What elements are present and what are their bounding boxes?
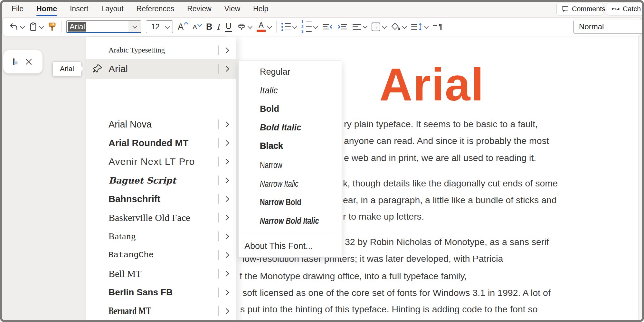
chevron-right-icon[interactable] [224,215,229,221]
font-item-label: Avenir Next LT Pro [109,156,195,167]
font-name-dropdown-arrow[interactable] [128,21,141,32]
font-size-value[interactable]: 12 [151,22,160,31]
bullets-button[interactable] [281,23,297,31]
font-item-baguet-script[interactable]: Baguet Script [86,171,236,190]
chevron-down-icon[interactable] [363,24,368,29]
menu-tab-review[interactable]: Review [187,0,211,17]
style-item-italic[interactable]: Italic [239,81,342,99]
borders-button[interactable] [372,23,386,31]
font-item-bell-mt[interactable]: Bell MT [86,264,236,283]
font-item-batang[interactable]: Batang [86,227,236,246]
shading-button[interactable] [391,22,406,31]
font-item-label: Bernard MT [109,305,151,317]
font-item-arial-rounded-mt[interactable]: Arial Rounded MT [86,134,236,152]
chevron-down-icon[interactable] [267,24,272,29]
menu-tab-label: Home [36,5,57,13]
chevron-right-icon[interactable] [224,308,229,314]
numbering-button[interactable]: 1 2 3 [301,20,317,33]
font-name-value[interactable]: Arial [68,22,86,32]
style-selector[interactable]: Normal [573,20,644,34]
paragraph-marks-button[interactable]: ¶ [433,23,443,31]
font-item-bernard-mt[interactable]: Bernard MT [86,302,236,320]
chevron-down-icon[interactable] [248,24,253,29]
chevron-right-icon[interactable] [224,252,229,258]
style-item-narrow-italic[interactable]: Narrow Italic [239,175,342,193]
style-value: Normal [579,22,604,31]
font-item-arial[interactable]: Arial [86,59,236,79]
chevron-down-icon[interactable] [382,24,387,29]
close-button[interactable] [25,58,33,66]
vertical-scrollbar[interactable] [638,36,642,322]
document-text-line: ry plain typeface. It seems to be basic … [344,118,538,130]
decrease-indent-button[interactable] [322,23,333,31]
font-item-bierstadt[interactable]: Bierstadt [86,320,236,322]
format-painter-button[interactable] [48,22,56,31]
style-item-bold[interactable]: Bold [239,100,342,118]
style-item-bold-italic[interactable]: Bold Italic [239,118,342,137]
font-item-berlin-sans-fb[interactable]: Berlin Sans FB [86,283,236,302]
chevron-down-icon[interactable] [20,24,25,29]
font-item-label: Batang [109,231,136,242]
line-spacing-button[interactable] [411,23,428,31]
menu-tab-view[interactable]: View [224,0,240,17]
chevron-right-icon[interactable] [224,178,229,183]
paste-button[interactable] [29,22,43,31]
style-item-narrow-bold-italic[interactable]: Narrow Bold Italic [239,212,342,230]
font-item-label: Baskerville Old Face [109,212,190,223]
chevron-right-icon[interactable] [224,234,229,239]
about-this-font-item[interactable]: About This Font... [239,238,342,254]
style-item-black[interactable]: Black [239,137,342,155]
chevron-right-icon[interactable] [224,271,229,277]
menu-tab-layout[interactable]: Layout [101,0,124,17]
align-button[interactable] [353,24,367,29]
font-item-arial-nova[interactable]: Arial Nova [86,115,236,134]
font-item-batangche[interactable]: BatangChe [86,246,236,264]
bold-button[interactable]: B [206,22,213,32]
navigation-pane-toggle[interactable] [13,59,14,65]
font-name-combobox[interactable]: Arial [66,20,141,33]
style-item-regular[interactable]: Regular [239,63,342,81]
font-item-bahnschrift[interactable]: Bahnschrift [86,190,236,208]
chevron-down-icon[interactable] [292,24,298,29]
menu-tab-file[interactable]: File [12,0,24,17]
catch-up-button[interactable]: Catch [607,3,644,15]
font-dropdown-menu: Arabic Typesetting Arial Arial Nova Aria… [86,37,236,321]
italic-button[interactable]: I [217,22,220,32]
chevron-down-icon[interactable] [402,24,407,29]
menu-tab-references[interactable]: References [137,0,175,17]
shrink-font-button[interactable]: A [193,24,201,30]
text-highlight-button[interactable] [237,22,252,31]
font-item-avenir-next-lt-pro[interactable]: Avenir Next LT Pro [86,152,236,171]
style-item-narrow-bold[interactable]: Narrow Bold [239,193,342,211]
comments-button[interactable]: Comments [556,3,603,15]
chevron-right-icon[interactable] [224,196,229,202]
chevron-right-icon[interactable] [224,140,229,146]
submenu-divider [244,234,336,234]
underline-button[interactable]: U [225,22,232,32]
chevron-down-icon[interactable] [424,24,429,29]
chevron-down-icon[interactable] [313,24,318,29]
grow-font-icon: A [178,23,184,31]
toolbar-divider [61,21,62,33]
menu-tab-home[interactable]: Home [36,0,57,17]
grow-font-button[interactable]: A [178,23,188,31]
chevron-right-icon[interactable] [224,48,229,53]
font-item-arabic-typesetting[interactable]: Arabic Typesetting [86,41,236,60]
font-item-label: Baguet Script [109,175,176,185]
undo-button[interactable] [9,23,24,31]
menu-tab-insert[interactable]: Insert [70,0,89,17]
increase-indent-button[interactable] [337,23,348,31]
font-size-combobox[interactable]: 12 [146,20,173,33]
style-item-narrow[interactable]: Narrow [239,156,342,174]
chevron-right-icon[interactable] [224,159,229,165]
font-color-button[interactable]: A [257,22,271,32]
chevron-right-icon[interactable] [224,290,229,295]
menu-tab-help[interactable]: Help [253,0,268,17]
chevron-down-icon[interactable] [165,24,170,29]
decrease-indent-icon [322,23,333,31]
font-item-label: Bahnschrift [109,194,160,204]
chevron-down-icon[interactable] [39,24,44,29]
chevron-right-icon[interactable] [224,122,229,127]
font-item-baskerville-old-face[interactable]: Baskerville Old Face [86,208,236,227]
chevron-right-icon[interactable] [224,66,229,72]
